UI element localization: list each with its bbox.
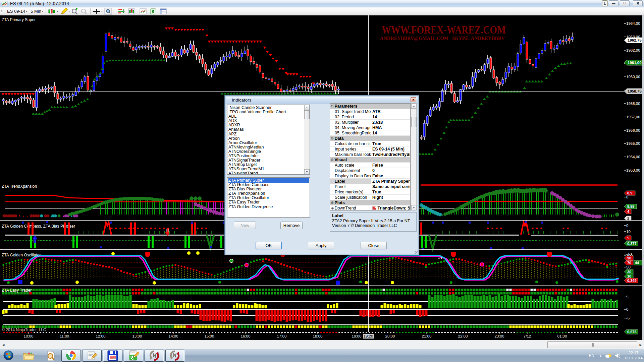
svg-text:14:00: 14:00: [169, 334, 178, 338]
svg-text:70: 70: [627, 261, 631, 265]
svg-text:1962,75: 1962,75: [628, 38, 642, 42]
svg-text:ZTA TrendXpansion: ZTA TrendXpansion: [2, 184, 37, 189]
svg-text:10: 10: [626, 230, 631, 234]
svg-text:WWW.FOREX-WAREZ.COM: WWW.FOREX-WAREZ.COM: [382, 23, 506, 36]
svg-text:1954,00: 1954,00: [626, 155, 640, 159]
svg-text:5,55: 5,55: [627, 204, 634, 208]
svg-text:1961,00: 1961,00: [628, 61, 642, 65]
svg-text:5: 5: [627, 236, 629, 240]
svg-text:8,9: 8,9: [627, 191, 632, 195]
svg-text:01:00: 01:00: [557, 334, 567, 338]
svg-text:23:00: 23:00: [495, 334, 504, 338]
svg-text:0,349: 0,349: [627, 279, 637, 283]
svg-text:2: 2: [627, 216, 629, 220]
svg-text:12:00: 12:00: [96, 334, 106, 338]
svg-text:1956,00: 1956,00: [626, 128, 640, 132]
svg-text:1958,75: 1958,75: [628, 89, 642, 93]
svg-text:13:00: 13:00: [132, 334, 142, 338]
svg-text:7/12: 7/12: [524, 334, 531, 338]
svg-text:16:00: 16:00: [241, 334, 251, 338]
svg-text:4: 4: [627, 209, 630, 214]
svg-text:1957,00: 1957,00: [626, 115, 640, 119]
svg-text:17:00: 17:00: [277, 334, 287, 338]
svg-text:64: 64: [113, 357, 116, 360]
svg-text:1 1: 1 1: [438, 256, 442, 259]
svg-text:ZTA Primary Super: ZTA Primary Super: [2, 17, 36, 22]
svg-text:10:00: 10:00: [24, 334, 34, 338]
svg-text:0: 0: [626, 307, 628, 311]
svg-text:ZTA Golden Oscillator: ZTA Golden Oscillator: [2, 253, 41, 257]
svg-text:20:00: 20:00: [385, 334, 395, 338]
svg-text:1964,00: 1964,00: [626, 21, 640, 25]
svg-text:1962,00: 1962,00: [626, 48, 640, 52]
svg-text:© 2014 NinjaTrader, LLC: © 2014 NinjaTrader, LLC: [2, 327, 46, 332]
svg-text:30: 30: [627, 270, 631, 274]
svg-text:1955,00: 1955,00: [626, 141, 640, 145]
svg-text:$: $: [152, 9, 154, 14]
svg-text:19:00: 19:00: [352, 334, 362, 338]
svg-text:ZTA Easy Trader: ZTA Easy Trader: [2, 288, 32, 293]
svg-text:1958,00: 1958,00: [626, 102, 640, 106]
svg-text:22:00: 22:00: [458, 334, 468, 338]
svg-text:19:20: 19:20: [364, 334, 373, 338]
svg-text:50: 50: [626, 265, 631, 269]
svg-text:0,676: 0,676: [627, 330, 637, 334]
svg-text:11:00: 11:00: [60, 334, 69, 338]
svg-text:8: 8: [626, 195, 628, 199]
svg-text:18:00: 18:00: [313, 334, 323, 338]
svg-text:10: 10: [627, 274, 631, 278]
svg-text:90: 90: [627, 256, 631, 260]
svg-text:15:00: 15:00: [205, 334, 214, 338]
svg-text:0,377: 0,377: [627, 242, 637, 246]
svg-text:5: 5: [626, 295, 628, 299]
svg-text:0: 0: [626, 224, 628, 228]
svg-text:21:00: 21:00: [422, 334, 432, 338]
svg-text:-5: -5: [626, 316, 630, 320]
svg-text:44: 44: [635, 261, 639, 265]
svg-text:1953,00: 1953,00: [626, 168, 640, 172]
svg-text:ANDREYBBRV@GMAIL.COM SKYPE:: ANDREYBBRV@GMAIL.COM SKYPE: ANDREYBBRV: [380, 36, 505, 41]
svg-text:1960,00: 1960,00: [626, 75, 640, 79]
